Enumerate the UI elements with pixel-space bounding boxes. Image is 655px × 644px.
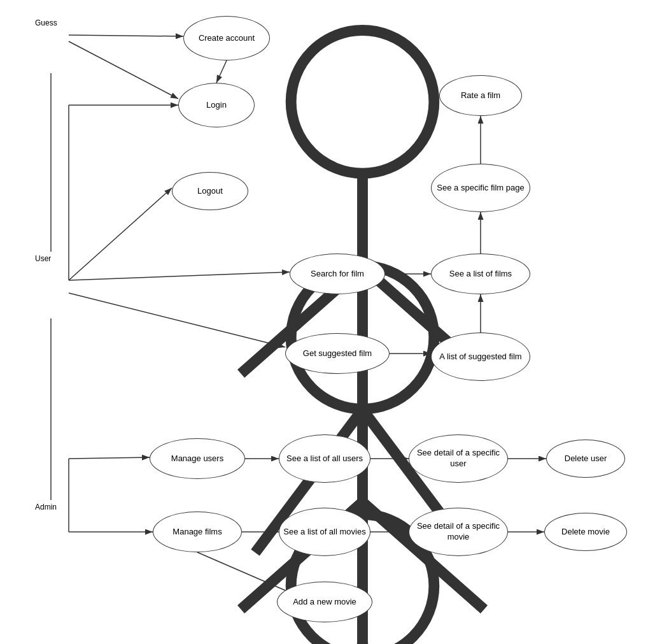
node-search-film: Search for film <box>290 254 385 294</box>
node-get-suggested: Get suggested film <box>285 333 390 374</box>
node-manage-users: Manage users <box>150 438 245 479</box>
node-see-specific-film: See a specific film page <box>431 164 530 212</box>
actor-guess: Guess <box>35 16 57 27</box>
node-delete-user: Delete user <box>546 440 625 478</box>
node-detail-specific-user: See detail of a specific user <box>409 434 508 483</box>
node-list-all-users: See a list of all users <box>279 434 370 483</box>
node-see-list-films: See a list of films <box>431 254 530 294</box>
node-delete-movie: Delete movie <box>544 513 627 551</box>
node-list-all-movies: See a list of all movies <box>279 508 370 556</box>
actor-admin: Admin <box>35 500 57 512</box>
node-login: Login <box>178 83 255 127</box>
node-manage-films: Manage films <box>153 512 242 552</box>
node-rate-film: Rate a film <box>439 75 522 116</box>
node-add-new-movie: Add a new movie <box>277 582 372 622</box>
node-suggested-list: A list of suggested film <box>431 333 530 381</box>
node-logout: Logout <box>172 172 248 210</box>
node-create-account: Create account <box>183 16 270 61</box>
node-detail-specific-movie: See detail of a specific movie <box>409 508 508 556</box>
svg-point-26 <box>291 30 434 173</box>
actor-user: User <box>35 252 51 263</box>
